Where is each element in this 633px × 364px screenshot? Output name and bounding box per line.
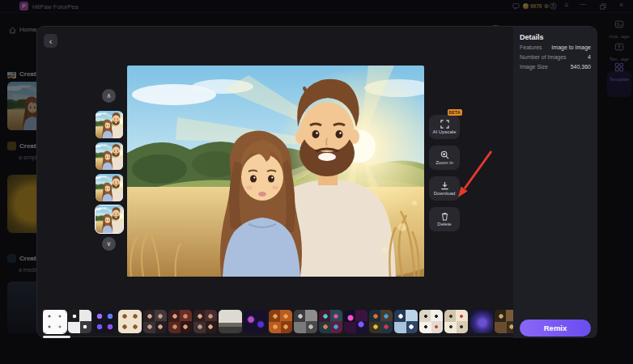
action-label: AI Upscale xyxy=(432,129,456,134)
preview-thumbnail[interactable] xyxy=(96,205,123,233)
preview-thumbnail[interactable] xyxy=(96,142,123,170)
template-tile-skull-women[interactable] xyxy=(143,310,167,333)
template-tile-purple-neon[interactable] xyxy=(244,310,267,333)
template-tile-pink-neon[interactable] xyxy=(344,310,367,333)
template-tile-brown-cats[interactable] xyxy=(495,310,513,333)
delete-button[interactable]: Delete xyxy=(429,207,460,231)
image-preview-modal: ‹ ∧ ∨ BETA AI Upscale Zoom in Download D… xyxy=(36,26,597,337)
download-button[interactable]: Download xyxy=(429,176,460,201)
action-label: Download xyxy=(434,191,456,196)
details-row: Image Size 540,360 xyxy=(520,64,591,72)
details-label: Image Size xyxy=(520,64,548,70)
beta-badge: BETA xyxy=(448,109,462,116)
template-strip xyxy=(43,310,513,335)
details-value: Image to Image xyxy=(551,44,591,50)
template-tile-blue-dogs[interactable] xyxy=(394,310,418,333)
previews-scroll-down-button[interactable]: ∨ xyxy=(102,237,116,251)
details-row: Features Image to Image xyxy=(520,44,591,53)
app-window: P HitPaw FotorPea 9970 ⊕ ≡ ─ × Home Sele… xyxy=(0,0,633,364)
template-tile-cups[interactable] xyxy=(118,310,142,333)
template-tile-galaxy-cat[interactable] xyxy=(469,310,493,333)
download-icon xyxy=(440,181,449,190)
template-tile-robots[interactable] xyxy=(369,310,393,333)
details-title: Details xyxy=(520,33,544,41)
template-tile-orange-ornate[interactable] xyxy=(269,310,292,333)
template-tile-cyber[interactable] xyxy=(319,310,342,333)
zoom-in-button[interactable]: Zoom in xyxy=(429,146,460,170)
strip-scrollbar[interactable] xyxy=(43,336,70,338)
previews-scroll-up-button[interactable]: ∧ xyxy=(102,89,116,103)
template-tile-white-doodles[interactable] xyxy=(43,310,66,333)
template-tile-snoopy-cream[interactable] xyxy=(444,310,468,333)
details-row: Number of Images 4 xyxy=(520,54,591,62)
ai-upscale-button[interactable]: BETA AI Upscale xyxy=(429,115,460,139)
preview-thumbnail[interactable] xyxy=(96,111,123,138)
preview-rail-list xyxy=(96,111,125,237)
template-tile-shields[interactable] xyxy=(93,310,117,333)
delete-icon xyxy=(440,212,449,221)
template-tile-dark-women[interactable] xyxy=(193,310,217,333)
details-panel: Details Features Image to Image Number o… xyxy=(513,27,597,338)
preview-image[interactable] xyxy=(127,66,424,277)
zoom-in-icon xyxy=(440,150,449,159)
details-value: 540,360 xyxy=(571,64,591,70)
upscale-icon xyxy=(440,120,449,129)
action-label: Delete xyxy=(437,222,451,226)
template-tile-redhair-women[interactable] xyxy=(168,310,192,333)
details-value: 4 xyxy=(588,54,591,60)
remix-button[interactable]: Remix xyxy=(520,320,591,336)
details-label: Features xyxy=(520,44,542,50)
template-tile-landscape[interactable] xyxy=(219,310,242,333)
details-label: Number of Images xyxy=(520,54,567,60)
template-tile-gray-statues[interactable] xyxy=(294,310,317,333)
template-tile-bulbs[interactable] xyxy=(68,310,91,333)
template-tile-snoopy-white[interactable] xyxy=(419,310,443,333)
back-button[interactable]: ‹ xyxy=(44,34,57,48)
preview-thumbnail[interactable] xyxy=(96,174,123,201)
action-label: Zoom in xyxy=(435,160,453,165)
